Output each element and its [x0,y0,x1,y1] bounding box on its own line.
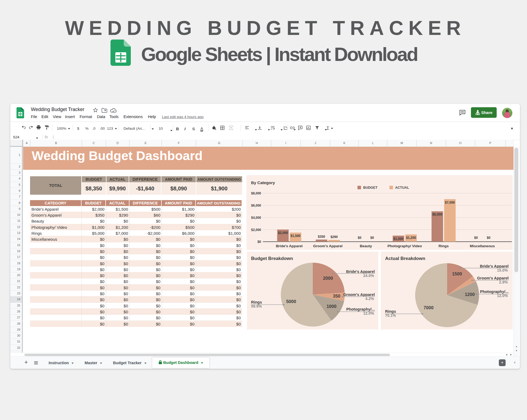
svg-text:Photography/ Video: Photography/ Video [388,244,422,248]
svg-text:ACTUAL: ACTUAL [395,186,409,190]
svg-text:$6,000: $6,000 [251,204,261,207]
svg-text:$0: $0 [370,236,374,240]
svg-text:$1,200: $1,200 [406,236,416,240]
svg-text:12.0%: 12.0% [497,294,508,298]
svg-text:$2,000: $2,000 [251,228,261,232]
svg-text:Groom's Apparel: Groom's Apparel [313,244,342,248]
svg-text:1200: 1200 [465,292,475,297]
svg-text:Beauty: Beauty [360,244,372,248]
svg-text:$5,000: $5,000 [432,213,442,216]
svg-text:$4,000: $4,000 [251,216,261,220]
svg-text:2000: 2000 [323,276,333,281]
svg-text:Miscellaneous: Miscellaneous [470,244,495,248]
svg-text:$0: $0 [258,240,261,244]
svg-text:15.0%: 15.0% [497,268,508,272]
svg-text:350: 350 [333,294,340,298]
svg-text:7000: 7000 [424,305,434,310]
svg-text:Rings: Rings [438,244,449,248]
svg-text:Budget Breakdown: Budget Breakdown [251,256,293,261]
svg-text:2.9%: 2.9% [499,280,508,284]
svg-text:Actual Breakdown: Actual Breakdown [385,256,425,261]
svg-text:$350: $350 [318,235,325,239]
svg-text:1500: 1500 [452,271,462,276]
svg-text:$1,500: $1,500 [291,234,301,238]
svg-text:24.0%: 24.0% [363,274,374,278]
svg-text:5000: 5000 [286,299,296,304]
svg-text:$290: $290 [330,235,338,239]
svg-text:70.1%: 70.1% [385,313,396,318]
svg-text:BUDGET: BUDGET [363,186,378,190]
svg-text:12.0%: 12.0% [363,311,374,315]
svg-text:Bride's Apparel: Bride's Apparel [276,244,303,248]
svg-text:$0: $0 [474,236,478,240]
svg-text:$7,000: $7,000 [445,201,455,204]
svg-text:$2,000: $2,000 [278,231,288,235]
svg-text:$0: $0 [487,236,491,240]
svg-text:1000: 1000 [327,304,337,309]
svg-text:59.9%: 59.9% [251,304,262,308]
svg-text:By Category: By Category [251,180,275,185]
svg-text:4.2%: 4.2% [365,297,374,301]
svg-text:$1,000: $1,000 [393,237,404,241]
svg-text:$8,000: $8,000 [251,191,261,195]
svg-text:$0: $0 [358,236,362,240]
